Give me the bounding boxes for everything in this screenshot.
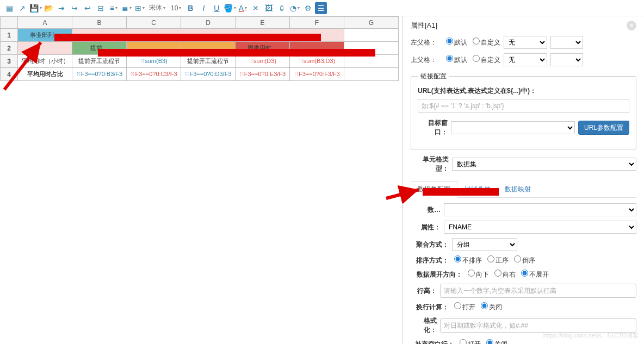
cell[interactable]: 提前开工流程节 (181, 55, 236, 68)
panel-title: 属性[A1] (411, 21, 437, 30)
col-header[interactable]: B (72, 17, 127, 29)
remove-icon[interactable]: ⊟ (95, 2, 107, 14)
fontcolor-icon[interactable]: A▾ (237, 2, 249, 14)
url-params-button[interactable]: URL参数配置 (578, 121, 629, 135)
col-header[interactable]: A (18, 17, 72, 29)
cell[interactable]: 事业部列… (18, 29, 72, 42)
row-header[interactable]: 3 (1, 55, 18, 68)
share-icon[interactable]: ↗ (16, 2, 28, 14)
row-header[interactable]: 1 (1, 29, 18, 42)
left-parent-default-radio (446, 37, 453, 45)
tab-filter[interactable]: 过滤条件 (457, 181, 498, 198)
sheet-table[interactable]: ABCDEFG1事业部列…2提前…同类用时…3平均用时（小时）提前开工流程节⁙s… (0, 16, 399, 81)
cell[interactable] (181, 42, 236, 55)
italic-button[interactable]: I (197, 2, 209, 14)
dataset-select[interactable] (444, 203, 636, 216)
open-icon[interactable]: 📂 (42, 2, 54, 14)
underline-button[interactable]: U (210, 2, 222, 14)
url-label: URL(支持表达式,表达式定义在${...}中)： (418, 86, 629, 96)
top-parent-select[interactable]: 无 (504, 53, 547, 66)
col-header[interactable]: C (127, 17, 181, 29)
properties-panel: 属性[A1] ✕ 左父格： 默认 自定义 无 上父格： 默认 自定义 无 链接配… (403, 16, 644, 344)
import-icon[interactable]: ⇥ (55, 2, 67, 14)
cell[interactable] (344, 55, 399, 68)
expand-right-radio (494, 270, 501, 277)
font-select[interactable]: 宋体▾ (147, 3, 168, 12)
preview-icon[interactable]: ▤ (3, 2, 15, 14)
subtabs: 数据集配置 过滤条件 数据映射 (411, 181, 636, 198)
valign-icon[interactable]: ≣▾ (121, 2, 133, 14)
image-icon[interactable]: 🖼 (263, 2, 275, 14)
tab-dataset[interactable]: 数据集配置 (411, 181, 457, 198)
top-parent-custom-radio (473, 55, 480, 62)
top-parent-default-radio (446, 55, 453, 62)
agg-select[interactable]: 分组 (452, 238, 517, 251)
top-parent-select2[interactable] (550, 53, 583, 66)
border-icon[interactable]: ⊞▾ (134, 2, 146, 14)
link-config: 链接配置 URL(支持表达式,表达式定义在${...}中)： 目标窗口： URL… (411, 72, 636, 149)
cell[interactable]: 提前开工流程节 (72, 55, 127, 68)
row-header[interactable]: 2 (1, 42, 18, 55)
barcode-icon[interactable]: ⧮ (276, 2, 288, 14)
cell[interactable]: ⁙F3==0?0:B3/F3 (72, 68, 127, 81)
tab-mapping[interactable]: 数据映射 (498, 181, 538, 198)
cell-type-select[interactable]: 数据集 (452, 158, 636, 171)
cell[interactable]: ⁙sum(D3) (236, 55, 290, 68)
cell[interactable]: 平均用时（小时） (18, 55, 72, 68)
cell[interactable]: ⁙sum(B3) (127, 55, 181, 68)
save-icon[interactable]: 💾▾ (29, 2, 41, 14)
settings-icon[interactable]: ⚙ (302, 2, 314, 14)
col-header[interactable]: F (290, 17, 344, 29)
cell[interactable]: ⁙F3==0?0:C3/F3 (127, 68, 181, 81)
cell[interactable] (344, 29, 399, 42)
col-header[interactable]: D (181, 17, 236, 29)
cell[interactable]: 平均用时占比 (18, 68, 72, 81)
fill-off-radio (486, 339, 493, 344)
left-parent-select2[interactable] (550, 36, 583, 49)
bold-button[interactable]: B (184, 2, 196, 14)
cell[interactable]: ⁙F3==0?0:E3/F3 (236, 68, 290, 81)
cell[interactable]: ⁙F3==0?0:D3/F3 (181, 68, 236, 81)
clear-icon[interactable]: ✕ (250, 2, 262, 14)
top-parent-row: 上父格： 默认 自定义 无 (411, 53, 636, 66)
wrap-off-radio (481, 302, 488, 309)
size-select[interactable]: 10▾ (169, 4, 183, 12)
undo-icon[interactable]: ↩ (82, 2, 94, 14)
format-input[interactable] (440, 318, 636, 333)
watermark: https://blog.csdn.net/s…51CTO博客 (543, 332, 639, 340)
close-icon[interactable]: ✕ (627, 21, 636, 30)
left-parent-custom-radio (473, 37, 480, 45)
cell[interactable] (290, 42, 344, 55)
cell[interactable] (344, 68, 399, 81)
left-parent-row: 左父格： 默认 自定义 无 (411, 36, 636, 49)
col-header[interactable] (1, 17, 18, 29)
col-header[interactable]: E (236, 17, 290, 29)
props-icon[interactable]: ☰ (315, 2, 327, 14)
expand-down-radio (468, 270, 475, 277)
cell[interactable] (344, 42, 399, 55)
url-input[interactable] (418, 99, 629, 113)
sort-desc-radio (514, 255, 521, 262)
cell[interactable]: ⁙sum(B3,D3) (290, 55, 344, 68)
spreadsheet: ABCDEFG1事业部列…2提前…同类用时…3平均用时（小时）提前开工流程节⁙s… (0, 16, 403, 344)
fill-on-radio (460, 339, 467, 344)
redo-icon[interactable]: ↪ (69, 2, 81, 14)
left-parent-select[interactable]: 无 (504, 36, 547, 49)
halign-icon[interactable]: ≡▾ (108, 2, 120, 14)
sort-none-radio (454, 255, 461, 262)
row-height-input[interactable] (440, 284, 636, 298)
fillcolor-icon[interactable]: 🪣▾ (224, 2, 236, 14)
chart-icon[interactable]: ◔▾ (289, 2, 301, 14)
target-window-select[interactable] (451, 121, 575, 134)
sort-asc-radio (487, 255, 494, 262)
cell[interactable]: 同类用时… (236, 42, 290, 55)
cell[interactable] (127, 42, 181, 55)
cell[interactable] (72, 29, 344, 42)
row-header[interactable]: 4 (1, 68, 18, 81)
cell[interactable] (18, 42, 72, 55)
toolbar: ▤ ↗ 💾▾ 📂 ⇥ ↪ ↩ ⊟ ≡▾ ≣▾ ⊞▾ 宋体▾ 10▾ B I U … (0, 0, 644, 16)
col-header[interactable]: G (344, 17, 399, 29)
cell[interactable]: ⁙F3==0?0:F3/F3 (290, 68, 344, 81)
attr-select[interactable]: FNAME (444, 221, 636, 234)
cell[interactable]: 提前… (72, 42, 127, 55)
